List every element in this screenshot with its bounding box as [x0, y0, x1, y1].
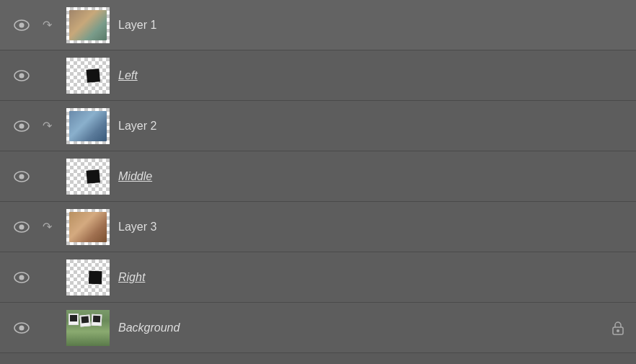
visibility-toggle[interactable] [7, 272, 36, 283]
link-icon: ↷ [36, 220, 58, 234]
layer-thumbnail [66, 259, 110, 296]
layer-row[interactable]: Middle [0, 151, 636, 202]
layer-name: Left [118, 69, 629, 82]
layer-name: Layer 1 [118, 19, 629, 32]
visibility-toggle[interactable] [7, 19, 36, 31]
layer-row[interactable]: ↷ Layer 3 [0, 202, 636, 252]
svg-point-9 [19, 224, 25, 229]
layer-name: Background [118, 321, 607, 334]
layer-row[interactable]: ↷ Layer 1 [0, 0, 636, 50]
svg-point-3 [19, 73, 25, 78]
link-icon: ↷ [36, 119, 58, 133]
eye-icon [14, 19, 30, 31]
layer-thumbnail [66, 108, 110, 144]
layer-name: Layer 2 [118, 120, 629, 133]
visibility-toggle[interactable] [7, 120, 36, 132]
eye-icon [14, 322, 30, 334]
layer-thumbnail [66, 7, 110, 43]
svg-point-11 [19, 275, 25, 280]
visibility-toggle[interactable] [7, 70, 36, 81]
layer-row[interactable]: Right [0, 252, 636, 303]
eye-icon [14, 70, 30, 81]
eye-icon [14, 272, 30, 283]
visibility-toggle[interactable] [7, 171, 36, 182]
visibility-toggle[interactable] [7, 322, 36, 334]
svg-point-15 [617, 329, 619, 332]
visibility-toggle[interactable] [7, 221, 36, 233]
layer-row[interactable]: Left [0, 50, 636, 101]
layer-name: Middle [118, 170, 629, 183]
layer-thumbnail [66, 159, 110, 195]
lock-icon [607, 320, 629, 336]
layer-name: Right [118, 271, 629, 284]
eye-icon [14, 120, 30, 132]
svg-point-7 [19, 174, 25, 179]
eye-icon [14, 171, 30, 182]
svg-point-13 [19, 325, 25, 330]
layer-thumbnail [66, 310, 110, 346]
layer-row[interactable]: ↷ Layer 2 [0, 101, 636, 151]
layer-name: Layer 3 [118, 221, 629, 234]
layer-thumbnail [66, 209, 110, 245]
eye-icon [14, 221, 30, 233]
layers-panel: ↷ Layer 1 Left [0, 0, 636, 364]
svg-point-1 [19, 22, 25, 27]
layer-row[interactable]: Background [0, 303, 636, 353]
layer-thumbnail [66, 58, 110, 94]
svg-point-5 [19, 123, 25, 128]
link-icon: ↷ [36, 18, 58, 32]
